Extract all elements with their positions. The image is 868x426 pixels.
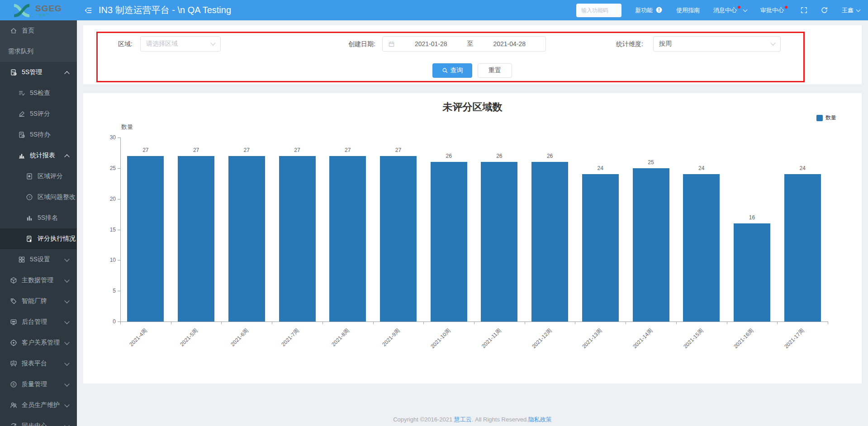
dimension-select[interactable]: 按周 xyxy=(653,36,781,52)
x-axis-label: 2021-7周 xyxy=(280,327,301,348)
sidebar-item-sync-center[interactable]: 同步中心 xyxy=(0,416,77,426)
chevron-down-icon xyxy=(210,40,215,45)
x-axis-tick xyxy=(626,322,626,324)
bar xyxy=(380,156,417,322)
nav-message-center[interactable]: 消息中心 xyxy=(713,6,747,14)
x-axis-label: 2021-14周 xyxy=(631,327,655,350)
message-badge-dot xyxy=(738,6,740,9)
date-separator: 至 xyxy=(467,40,474,48)
y-axis-tick-label: 5 xyxy=(100,288,116,294)
bar xyxy=(481,162,517,322)
svg-text:5s: 5s xyxy=(12,71,14,73)
doc-star-icon xyxy=(26,173,33,180)
sidebar-item-5s-todo[interactable]: 5S待办 xyxy=(0,124,77,145)
x-axis-tick xyxy=(373,322,374,324)
sidebar-item-report-platform[interactable]: 报表平台 xyxy=(0,353,77,374)
chevron-down-icon xyxy=(64,277,69,282)
doc-5s-icon: 5s xyxy=(10,69,17,76)
board-icon xyxy=(10,360,17,367)
chart-panel: 未评分区域数 数量 数量 051015202530272021-4周272021… xyxy=(83,93,862,383)
chevron-down-icon xyxy=(64,319,69,324)
sidebar-item-score-execution-status[interactable]: 评分执行情况 xyxy=(0,228,77,249)
people-icon xyxy=(10,402,17,409)
bar-value-label: 27 xyxy=(279,147,315,153)
x-axis-label: 2021-8周 xyxy=(330,327,351,348)
x-axis-tick xyxy=(575,322,575,324)
filter-panel: 区域: 请选择区域 创建日期: 2021-01-28 至 2021-04-28 … xyxy=(83,25,862,84)
bar-value-label: 27 xyxy=(330,147,366,153)
sidebar-item-statistics-report[interactable]: 统计报表 xyxy=(0,145,77,166)
sidebar-item-5s-settings[interactable]: 5S设置 xyxy=(0,249,77,270)
bar-value-label: 26 xyxy=(532,153,568,159)
bar-value-label: 26 xyxy=(431,153,467,159)
company-link[interactable]: 慧工云 xyxy=(454,416,472,423)
region-select[interactable]: 请选择区域 xyxy=(140,36,221,52)
nav-new-features[interactable]: 新功能 xyxy=(635,6,663,14)
chevron-down-icon xyxy=(770,40,775,45)
reset-button[interactable]: 重置 xyxy=(478,63,512,78)
x-axis-label: 2021-5周 xyxy=(179,327,200,348)
bar xyxy=(582,174,619,322)
bar xyxy=(784,174,821,322)
nav-approval-center[interactable]: 审批中心 xyxy=(760,6,787,14)
bar-value-label: 24 xyxy=(683,165,720,171)
sidebar-item-demand-queue[interactable]: 需求队列 xyxy=(0,41,77,62)
sidebar-item-smart-factory-plate[interactable]: 智能厂牌 xyxy=(0,291,77,312)
target-icon xyxy=(10,339,17,346)
main-content: 区域: 请选择区域 创建日期: 2021-01-28 至 2021-04-28 … xyxy=(77,20,868,426)
sidebar-collapse-icon[interactable] xyxy=(84,6,92,14)
bar xyxy=(329,156,366,322)
sidebar-item-area-issue-rectify[interactable]: ? 区域问题整改 xyxy=(0,187,77,208)
function-code-input[interactable] xyxy=(576,4,621,17)
sidebar-item-master-data-management[interactable]: 主数据管理 xyxy=(0,270,77,291)
dimension-value: 按周 xyxy=(659,40,672,48)
create-date-label: 创建日期: xyxy=(348,36,375,52)
fullscreen-icon[interactable] xyxy=(800,6,808,14)
x-axis-label: 2021-13周 xyxy=(581,327,604,350)
x-axis-tick xyxy=(828,322,828,324)
quality-icon: 质 xyxy=(10,381,17,388)
x-axis-tick xyxy=(272,322,272,324)
sidebar-item-5s-check[interactable]: 5S检查 xyxy=(0,83,77,104)
x-axis-tick xyxy=(474,322,474,324)
sidebar-item-5s-management[interactable]: 5s 5S管理 xyxy=(0,62,77,83)
y-axis-tick-label: 20 xyxy=(100,196,116,202)
search-button[interactable]: 查询 xyxy=(432,63,472,78)
sync-icon xyxy=(10,422,17,426)
x-axis-tick xyxy=(171,322,171,324)
x-axis-label: 2021-9周 xyxy=(381,327,402,348)
y-axis-tick-label: 15 xyxy=(100,227,116,233)
approval-badge-dot xyxy=(785,6,787,9)
bar xyxy=(228,156,265,322)
monitor-icon xyxy=(10,318,17,326)
refresh-icon[interactable] xyxy=(821,6,828,14)
svg-text:质: 质 xyxy=(12,383,15,386)
bar xyxy=(127,156,164,322)
bar-chart-plot: 051015202530272021-4周272021-5周272021-6周2… xyxy=(120,137,828,322)
date-range-picker[interactable]: 2021-01-28 至 2021-04-28 xyxy=(382,36,546,52)
user-menu[interactable]: 王鑫 xyxy=(842,6,860,14)
chevron-down-icon xyxy=(856,7,861,12)
sidebar-item-5s-score[interactable]: 5S评分 xyxy=(0,104,77,124)
nav-user-guide[interactable]: 使用指南 xyxy=(676,6,700,14)
cube-icon xyxy=(10,277,17,284)
bar xyxy=(431,162,467,322)
sidebar-item-tpm[interactable]: 全员生产维护 xyxy=(0,395,77,416)
sidebar-item-5s-ranking[interactable]: 5S排名 xyxy=(0,208,77,228)
home-icon xyxy=(10,27,17,34)
sidebar-item-area-score[interactable]: 区域评分 xyxy=(0,166,77,187)
sidebar-item-crm[interactable]: 客户关系管理 xyxy=(0,332,77,353)
sidebar-item-quality-management[interactable]: 质 质量管理 xyxy=(0,374,77,395)
bar xyxy=(178,156,214,322)
chevron-down-icon xyxy=(64,298,69,303)
privacy-policy-link[interactable]: 隐私政策 xyxy=(528,416,552,423)
sidebar-item-home[interactable]: 首页 xyxy=(0,20,77,41)
y-axis-tick xyxy=(118,137,120,138)
x-axis-label: 2021-12周 xyxy=(530,327,554,350)
sidebar-item-backend-management[interactable]: 后台管理 xyxy=(0,312,77,332)
bar-value-label: 27 xyxy=(128,147,164,153)
chart-legend[interactable]: 数量 xyxy=(816,114,836,122)
search-icon xyxy=(442,67,448,74)
x-axis-tick xyxy=(777,322,778,324)
logo-text: SGEG xyxy=(35,4,62,13)
